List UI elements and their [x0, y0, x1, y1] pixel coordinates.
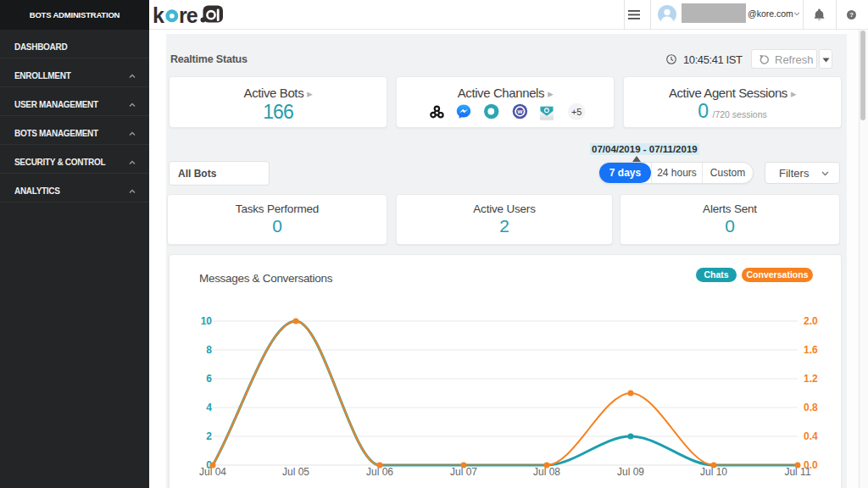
svg-text:1.6: 1.6: [804, 344, 818, 356]
svg-text:re: re: [179, 3, 198, 27]
svg-text:2.0: 2.0: [804, 315, 818, 327]
svg-text:10: 10: [201, 315, 213, 327]
svg-text:+5: +5: [571, 107, 582, 117]
svg-text:?: ?: [849, 11, 854, 19]
svg-text:4: 4: [206, 402, 212, 413]
svg-text:1.2: 1.2: [804, 373, 818, 385]
svg-text:8: 8: [206, 344, 212, 356]
svg-text:w: w: [516, 108, 522, 115]
svg-text:k: k: [153, 3, 164, 27]
svg-text:Jul 05: Jul 05: [282, 466, 309, 478]
svg-text:6: 6: [206, 373, 212, 385]
svg-text:0.8: 0.8: [804, 402, 818, 413]
svg-text:0.4: 0.4: [804, 430, 818, 442]
svg-text:Jul 09: Jul 09: [617, 466, 644, 478]
svg-text:2: 2: [206, 430, 212, 442]
